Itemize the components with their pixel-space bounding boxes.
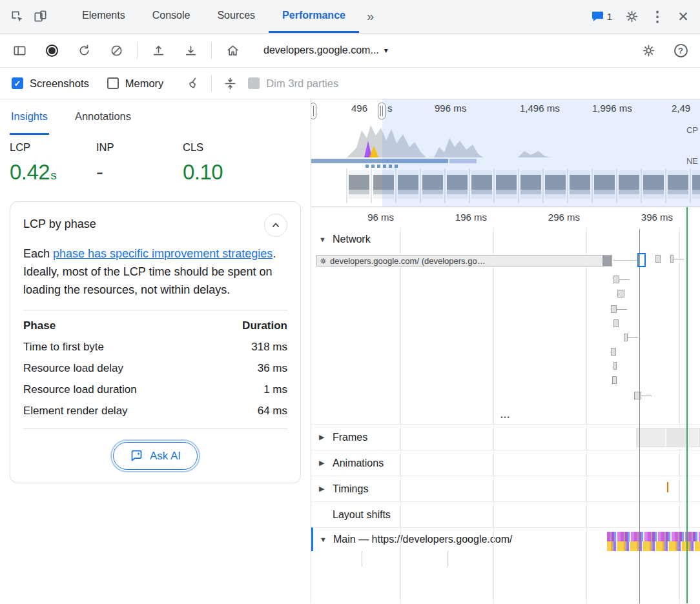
screenshots-checkbox[interactable]: ✓ Screenshots	[12, 77, 89, 90]
screenshot-thumbnail[interactable]	[617, 168, 641, 203]
core-web-vitals-summary: LCP 0.42s INP - CLS 0.10	[0, 135, 311, 187]
network-request-bar[interactable]	[612, 376, 617, 384]
more-tabs-icon[interactable]: »	[359, 9, 382, 24]
frames-track-header[interactable]: ▶ Frames	[311, 424, 700, 450]
toggle-sidebar-icon[interactable]	[8, 39, 31, 62]
network-request-bar[interactable]: developers.google.com/ (developers.go…	[316, 255, 612, 267]
screenshot-thumbnail[interactable]	[642, 168, 665, 203]
metric-lcp[interactable]: LCP 0.42s	[10, 141, 96, 185]
timeline-tracks: ▼ Network developers.google.com/ (develo…	[311, 228, 700, 603]
tab-elements[interactable]: Elements	[68, 0, 139, 33]
timeline-detail: 96 ms 196 ms 296 ms 396 ms ▼ Network	[311, 207, 700, 603]
overview-time-label: 496	[351, 103, 367, 114]
screenshot-thumbnail[interactable]	[347, 168, 371, 203]
track-label: Main — https://developers.google.com/	[333, 534, 512, 545]
network-track[interactable]: developers.google.com/ (developers.go…	[311, 251, 700, 410]
home-icon[interactable]	[221, 39, 244, 62]
screenshot-thumbnail[interactable]	[470, 168, 493, 203]
reload-and-record-icon[interactable]	[72, 39, 96, 62]
kebab-menu-icon[interactable]: ⋮	[646, 5, 669, 28]
inspect-element-icon[interactable]	[5, 5, 28, 28]
collapsed-triangle-icon[interactable]: ▶	[319, 433, 327, 441]
marker-line-green	[686, 207, 688, 603]
memory-checkbox[interactable]: Memory	[107, 77, 164, 90]
screenshot-thumbnail[interactable]	[372, 168, 395, 203]
screenshot-thumbnail[interactable]	[519, 168, 542, 203]
metric-value: -	[96, 160, 183, 185]
load-profile-icon[interactable]	[147, 39, 170, 62]
cursor-line	[639, 229, 640, 603]
tab-performance[interactable]: Performance	[269, 0, 359, 33]
network-request-bar[interactable]	[655, 255, 661, 263]
screenshot-thumbnail[interactable]	[593, 168, 616, 203]
network-request-bar[interactable]	[611, 305, 617, 313]
history-url-select[interactable]: developers.google.com... ▾	[263, 45, 388, 56]
track-label: Frames	[333, 432, 367, 443]
timing-marker[interactable]	[667, 482, 668, 492]
track-label: Layout shifts	[333, 509, 391, 521]
settings-gear-icon[interactable]	[620, 5, 643, 28]
tab-insights[interactable]: Insights	[10, 99, 49, 135]
ask-ai-button[interactable]: Ask AI	[113, 442, 198, 470]
network-request-bar[interactable]	[634, 392, 641, 399]
ask-ai-sparkle-icon	[130, 449, 143, 463]
issues-count: 1	[607, 11, 612, 22]
overview-right-handle[interactable]	[378, 103, 386, 119]
request-favicon-gear-icon	[320, 257, 327, 265]
layout-shifts-track-header[interactable]: Layout shifts	[311, 501, 700, 527]
expand-triangle-icon[interactable]: ▼	[319, 236, 327, 243]
checkbox-empty-icon[interactable]	[107, 77, 119, 89]
save-profile-icon[interactable]	[179, 39, 202, 62]
network-request-bar[interactable]	[670, 255, 674, 263]
screenshot-thumbnail[interactable]	[421, 168, 444, 203]
screenshot-thumbnail[interactable]	[568, 168, 592, 203]
screenshot-thumbnail[interactable]	[495, 168, 518, 203]
screenshot-thumbnail[interactable]	[544, 168, 567, 203]
network-request-bar[interactable]	[617, 290, 624, 297]
dim-3rd-parties-checkbox[interactable]: Dim 3rd parties	[248, 77, 338, 90]
capture-settings-gear-icon[interactable]	[637, 39, 660, 62]
collect-garbage-icon[interactable]	[181, 72, 205, 95]
ruler-label: 96 ms	[367, 212, 394, 223]
network-request-bar[interactable]	[613, 362, 617, 370]
device-toolbar-icon[interactable]	[28, 5, 52, 28]
phase-strategies-link[interactable]: phase has specific improvement strategie…	[53, 247, 273, 260]
selected-request-highlight[interactable]	[637, 253, 646, 267]
animations-track-header[interactable]: ▶ Animations	[311, 450, 700, 476]
metric-cls[interactable]: CLS 0.10	[183, 141, 269, 185]
collapsed-triangle-icon[interactable]: ▶	[319, 485, 327, 493]
network-request-bar[interactable]	[613, 319, 619, 327]
checkbox-checked-icon[interactable]: ✓	[12, 77, 23, 89]
metric-inp[interactable]: INP -	[96, 141, 183, 185]
clear-recording-icon[interactable]	[105, 39, 128, 62]
collapsed-tracks-toggle[interactable]: …	[311, 410, 700, 424]
screenshot-thumbnail[interactable]	[691, 168, 700, 203]
tab-annotations[interactable]: Annotations	[74, 99, 132, 135]
table-row: Element render delay64 ms	[23, 405, 287, 418]
overview-left-handle[interactable]	[311, 103, 316, 119]
close-icon[interactable]: ✕	[672, 5, 695, 28]
issues-counter[interactable]: 1	[586, 11, 617, 22]
collapsed-triangle-icon[interactable]: ▶	[319, 459, 327, 467]
record-button[interactable]	[40, 39, 63, 62]
divider	[23, 428, 287, 429]
screenshot-thumbnail[interactable]	[666, 168, 690, 203]
cpu-lane-label: CP	[686, 125, 698, 135]
expand-triangle-icon[interactable]: ▼	[320, 536, 328, 543]
tab-console[interactable]: Console	[139, 0, 204, 33]
frame-blocks[interactable]	[636, 428, 700, 447]
track-label: Timings	[333, 483, 368, 495]
network-track-header[interactable]: ▼ Network	[311, 228, 700, 251]
timeline-overview[interactable]: 496 s 996 ms 1,496 ms 1,996 ms 2,49 CP N…	[311, 99, 700, 207]
network-request-bar[interactable]	[613, 276, 619, 283]
network-request-bar[interactable]	[611, 348, 616, 356]
network-request-bar[interactable]	[624, 334, 628, 341]
screenshot-thumbnail[interactable]	[396, 168, 420, 203]
tab-sources[interactable]: Sources	[203, 0, 269, 33]
collapse-flame-chart-icon[interactable]	[218, 72, 242, 95]
screenshot-thumbnail[interactable]	[323, 168, 346, 203]
help-icon[interactable]: ?	[669, 39, 692, 62]
screenshot-thumbnail[interactable]	[446, 168, 469, 203]
timings-track-header[interactable]: ▶ Timings	[311, 476, 700, 501]
collapse-card-button[interactable]	[264, 214, 287, 237]
